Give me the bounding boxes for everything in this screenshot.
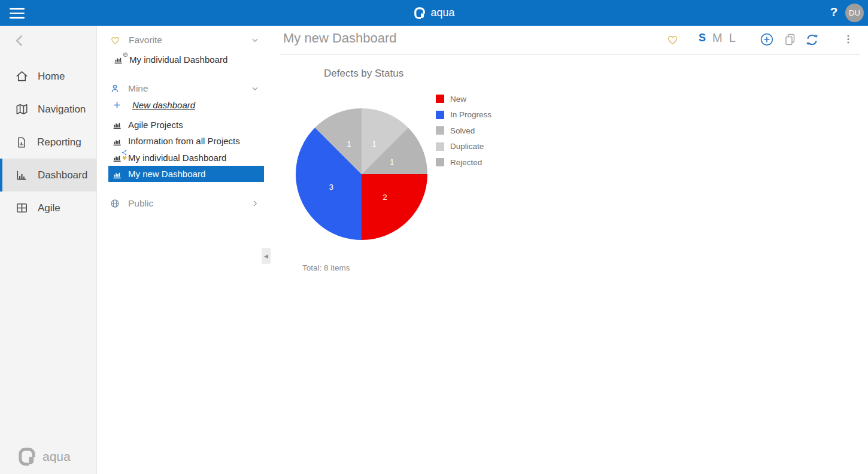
favorite-dashboard-button[interactable] — [666, 33, 679, 47]
top-bar: aqua ? DU — [0, 0, 868, 26]
dashboard-item-label: Agile Projects — [128, 120, 183, 130]
sidebar-item-reporting[interactable]: Reporting — [0, 126, 96, 159]
sidebar-nav: HomeNavigationReportingDashboardAgile — [0, 60, 96, 224]
favorite-section-header[interactable]: Favorite — [110, 34, 260, 47]
chevron-right-icon[interactable] — [250, 198, 260, 209]
app-brand-label: aqua — [430, 7, 454, 19]
bar-chart-icon — [112, 152, 123, 163]
refresh-button[interactable] — [805, 32, 820, 47]
sidebar-item-dashboard[interactable]: Dashboard — [0, 159, 96, 192]
chart-total-label: Total: 8 items — [302, 263, 350, 272]
legend-item-solved[interactable]: Solved — [436, 123, 491, 139]
agile-icon — [15, 201, 29, 215]
dashboards-panel: Favorite My individual Dashboard Mine Ne… — [98, 26, 272, 474]
header-divider — [280, 54, 860, 54]
size-button-s[interactable]: S — [699, 32, 706, 44]
public-section-header[interactable]: Public — [110, 197, 260, 210]
user-icon — [110, 83, 120, 94]
legend-swatch — [436, 142, 444, 151]
page-title: My new Dashboard — [283, 31, 397, 46]
navigation-icon — [15, 102, 29, 116]
dashboard-item-label: My individual Dashboard — [128, 153, 226, 163]
legend-label: New — [450, 95, 466, 104]
legend-label: Duplicate — [450, 142, 484, 151]
sidebar-footer-brand: aqua — [17, 446, 71, 467]
bar-chart-icon — [112, 119, 123, 130]
sidebar-item-label: Navigation — [38, 104, 86, 116]
footer-brand-label: aqua — [43, 449, 71, 464]
legend-item-in-progress[interactable]: In Progress — [436, 107, 491, 123]
legend-swatch — [436, 111, 444, 119]
sidebar-item-label: Reporting — [37, 136, 81, 148]
bar-chart-icon — [112, 169, 123, 180]
home-icon — [15, 69, 29, 83]
dashboard-item-information-from-all-projects[interactable]: Information from all Projects — [108, 133, 264, 149]
legend-item-rejected[interactable]: Rejected — [436, 154, 491, 171]
legend-swatch — [436, 95, 444, 103]
legend-swatch — [436, 158, 444, 166]
legend-label: In Progress — [450, 110, 491, 119]
sidebar-item-home[interactable]: Home — [0, 60, 96, 93]
widget-size-group: SML — [699, 31, 736, 45]
legend-label: Rejected — [450, 158, 482, 167]
pie-slice-value: 3 — [329, 183, 333, 192]
collapse-sidebar-button[interactable] — [12, 33, 28, 48]
dashboard-item-agile-projects[interactable]: Agile Projects — [108, 117, 264, 133]
size-button-m[interactable]: M — [712, 31, 723, 45]
dashboard-item-my-individual-dashboard[interactable]: My individual Dashboard — [108, 150, 264, 166]
heart-icon — [110, 35, 121, 46]
new-dashboard-link[interactable]: New dashboard — [112, 98, 195, 111]
dashboard-item-label: Information from all Projects — [128, 136, 240, 146]
dashboard-item-my-new-dashboard[interactable]: My new Dashboard — [108, 166, 264, 182]
legend-label: Solved — [450, 126, 475, 135]
kebab-menu-button[interactable] — [842, 32, 855, 47]
user-avatar[interactable]: DU — [845, 4, 864, 22]
favorite-dashboard-label: My individual Dashboard — [129, 54, 227, 65]
plus-icon — [112, 100, 122, 110]
copy-dashboard-button[interactable] — [783, 32, 797, 47]
size-button-l[interactable]: L — [729, 31, 736, 45]
new-dashboard-label: New dashboard — [132, 100, 195, 110]
aqua-logo-icon — [413, 7, 426, 20]
favorite-section-label: Favorite — [129, 35, 162, 45]
pie-slice-value: 1 — [347, 139, 351, 148]
legend-item-duplicate[interactable]: Duplicate — [436, 139, 491, 155]
favorite-badge-icon — [122, 155, 128, 161]
add-widget-button[interactable] — [760, 32, 774, 47]
sidebar-item-agile[interactable]: Agile — [0, 192, 96, 224]
bar-chart-icon — [112, 136, 123, 147]
sidebar-item-navigation[interactable]: Navigation — [0, 93, 96, 126]
favorite-dashboard-item[interactable]: My individual Dashboard — [113, 53, 227, 66]
pie-chart: 23111 — [295, 108, 428, 241]
sidebar-item-label: Agile — [38, 202, 60, 214]
app-brand: aqua — [0, 0, 868, 26]
widget-title: Defects by Status — [324, 68, 403, 80]
main-sidebar: HomeNavigationReportingDashboardAgile aq… — [0, 26, 97, 474]
public-section-label: Public — [128, 198, 153, 209]
mine-section-label: Mine — [128, 83, 148, 94]
chevron-down-icon[interactable] — [250, 83, 260, 94]
mine-section-header[interactable]: Mine — [110, 82, 260, 95]
legend-item-new[interactable]: New — [436, 91, 491, 107]
pie-slice-value: 1 — [390, 157, 394, 166]
collapse-panel-handle[interactable]: ◀ — [262, 248, 271, 264]
bar-chart-icon — [113, 54, 124, 65]
reporting-icon — [15, 136, 28, 149]
shared-globe-badge-icon — [123, 52, 128, 57]
pie-slice-new[interactable] — [362, 174, 427, 240]
globe-icon — [110, 198, 120, 209]
dashboard-icon — [15, 168, 29, 182]
sidebar-item-label: Home — [38, 71, 65, 83]
help-button[interactable]: ? — [827, 5, 840, 19]
aqua-logo-icon — [17, 446, 37, 467]
pie-slice-value: 1 — [372, 139, 377, 148]
chevron-down-icon[interactable] — [250, 35, 260, 45]
sidebar-item-label: Dashboard — [38, 169, 87, 181]
pie-slice-value: 2 — [383, 193, 387, 202]
dashboard-item-label: My new Dashboard — [128, 169, 205, 179]
chart-legend: NewIn ProgressSolvedDuplicateRejected — [436, 91, 491, 171]
dashboard-main: My new Dashboard SML Defects by Status 2… — [272, 26, 868, 474]
legend-swatch — [436, 126, 444, 135]
